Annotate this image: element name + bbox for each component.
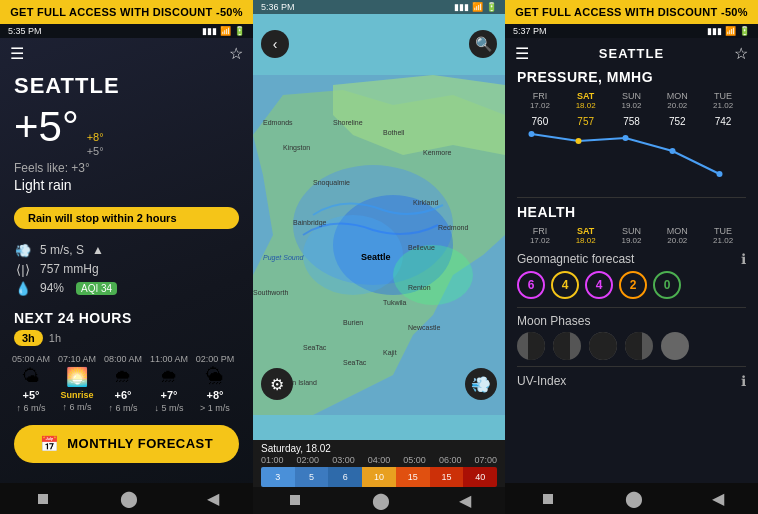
map-search-button[interactable]: 🔍 bbox=[469, 30, 497, 58]
menu-icon[interactable]: ☰ bbox=[10, 44, 24, 63]
wind-icon: 💨 bbox=[14, 243, 32, 258]
map-timeline: Saturday, 18.02 01:00 02:00 03:00 04:00 … bbox=[253, 440, 505, 514]
pval-3: 752 bbox=[669, 116, 686, 127]
uv-label: UV-Index bbox=[517, 374, 566, 388]
health-day-1: SAT 18.02 bbox=[563, 226, 609, 245]
map-wind-button[interactable]: 💨 bbox=[465, 368, 497, 400]
tbar-seg-3: 10 bbox=[362, 467, 396, 487]
svg-text:Puget Sound: Puget Sound bbox=[263, 254, 305, 262]
forecast-item-1: 07:10 AM 🌅 Sunrise ↑ 6 m/s bbox=[56, 354, 98, 413]
geo-badge-1: 4 bbox=[551, 271, 579, 299]
svg-point-29 bbox=[670, 148, 676, 154]
moon-phase-3 bbox=[625, 332, 653, 360]
forecast-label-1: Sunrise bbox=[60, 390, 93, 400]
map-battery-icon: 🔋 bbox=[486, 2, 497, 12]
geo-row: Geomagnetic forecast ℹ bbox=[517, 251, 746, 267]
right-signal-icon: ▮▮▮ bbox=[707, 26, 722, 36]
next24-title: NEXT 24 HOURS bbox=[0, 302, 253, 330]
signal-icon: ▮▮▮ bbox=[202, 26, 217, 36]
temp-low: +5° bbox=[87, 144, 104, 158]
uv-info-icon[interactable]: ℹ bbox=[741, 373, 746, 389]
svg-point-28 bbox=[623, 135, 629, 141]
map-wifi-icon: 📶 bbox=[472, 2, 483, 12]
map-status-time: 5:36 PM bbox=[261, 2, 295, 12]
left-top-banner[interactable]: GET FULL ACCESS WITH DISCOUNT -50% bbox=[0, 0, 253, 24]
forecast-temp-4: +8° bbox=[207, 389, 224, 401]
right-home-icon[interactable]: ⬤ bbox=[625, 489, 643, 508]
svg-text:Tukwila: Tukwila bbox=[383, 299, 407, 306]
day-col-4: TUE 21.02 bbox=[700, 91, 746, 110]
day-label-4: TUE bbox=[700, 91, 746, 101]
timeline-nav: ⏹ ⬤ ◀ bbox=[253, 487, 505, 514]
geo-info-icon[interactable]: ℹ bbox=[741, 251, 746, 267]
svg-text:Redmond: Redmond bbox=[438, 224, 468, 231]
geo-badge-0: 6 bbox=[517, 271, 545, 299]
right-menu-icon[interactable]: ☰ bbox=[515, 44, 529, 63]
right-back-icon[interactable]: ◀ bbox=[712, 489, 724, 508]
timeline-hours: 01:00 02:00 03:00 04:00 05:00 06:00 07:0… bbox=[253, 455, 505, 465]
svg-text:SeaTac: SeaTac bbox=[343, 359, 367, 366]
svg-point-4 bbox=[393, 245, 473, 305]
monthly-forecast-button[interactable]: 📅 MONTHLY FORECAST bbox=[14, 425, 239, 463]
right-bottom-nav: ⏹ ⬤ ◀ bbox=[505, 483, 758, 514]
forecast-time-2: 08:00 AM bbox=[104, 354, 142, 364]
pval-1: 757 bbox=[577, 116, 594, 127]
city-name: SEATTLE bbox=[14, 73, 239, 99]
favorite-icon[interactable]: ☆ bbox=[229, 44, 243, 63]
right-favorite-icon[interactable]: ☆ bbox=[734, 44, 748, 63]
svg-point-30 bbox=[717, 171, 723, 177]
day-date-2: 19.02 bbox=[609, 101, 655, 110]
tab-3h[interactable]: 3h bbox=[14, 330, 43, 346]
tbar-seg-6: 40 bbox=[463, 467, 497, 487]
right-stop-icon[interactable]: ⏹ bbox=[540, 490, 556, 508]
forecast-icon-1: 🌅 bbox=[66, 366, 88, 388]
health-day-2: SUN 19.02 bbox=[609, 226, 655, 245]
tab-1h[interactable]: 1h bbox=[49, 332, 61, 344]
moon-phase-4 bbox=[661, 332, 689, 360]
map-back-button[interactable]: ‹ bbox=[261, 30, 289, 58]
back-icon[interactable]: ◀ bbox=[207, 489, 219, 508]
health-section-title: HEALTH bbox=[517, 204, 746, 220]
svg-text:Kajit: Kajit bbox=[383, 349, 397, 357]
forecast-item-3: 11:00 AM 🌧 +7° ↓ 5 m/s bbox=[148, 354, 190, 413]
svg-text:SeaTac: SeaTac bbox=[303, 344, 327, 351]
map-container: Seattle Bellevue Snoqualmie Bainbridge K… bbox=[253, 0, 505, 490]
health-day-0: FRI 17.02 bbox=[517, 226, 563, 245]
right-top-banner[interactable]: GET FULL ACCESS WITH DISCOUNT -50% bbox=[505, 0, 758, 24]
left-bottom-nav: ⏹ ⬤ ◀ bbox=[0, 483, 253, 514]
svg-text:Kenmore: Kenmore bbox=[423, 149, 452, 156]
forecast-icon-2: 🌧 bbox=[114, 366, 132, 387]
tl-stop-icon[interactable]: ⏹ bbox=[287, 491, 303, 510]
day-date-4: 21.02 bbox=[700, 101, 746, 110]
map-settings-button[interactable]: ⚙ bbox=[261, 368, 293, 400]
svg-text:Newcastle: Newcastle bbox=[408, 324, 440, 331]
pressure-values: 760 757 758 752 742 bbox=[517, 116, 746, 127]
pval-4: 742 bbox=[715, 116, 732, 127]
left-header: ☰ ☆ bbox=[0, 38, 253, 69]
tbar-seg-5: 15 bbox=[430, 467, 464, 487]
pressure-chart-svg bbox=[517, 129, 746, 179]
svg-text:Kirkland: Kirkland bbox=[413, 199, 438, 206]
forecast-wind-0: ↑ 6 m/s bbox=[16, 403, 45, 413]
forecast-time-4: 02:00 PM bbox=[196, 354, 235, 364]
timeline-date: Saturday, 18.02 bbox=[253, 440, 505, 455]
tl-hour-5: 06:00 bbox=[439, 455, 462, 465]
svg-text:Renton: Renton bbox=[408, 284, 431, 291]
temp-range: +8° +5° bbox=[87, 130, 104, 159]
svg-text:Kingston: Kingston bbox=[283, 144, 310, 152]
svg-text:Snoqualmie: Snoqualmie bbox=[313, 179, 350, 187]
forecast-icon-3: 🌧 bbox=[160, 366, 178, 387]
home-icon[interactable]: ⬤ bbox=[120, 489, 138, 508]
left-panel: GET FULL ACCESS WITH DISCOUNT -50% 5:35 … bbox=[0, 0, 253, 514]
geo-badge-4: 0 bbox=[653, 271, 681, 299]
stop-icon[interactable]: ⏹ bbox=[35, 490, 51, 508]
tl-hour-2: 03:00 bbox=[332, 455, 355, 465]
day-col-2: SUN 19.02 bbox=[609, 91, 655, 110]
tl-back-icon[interactable]: ◀ bbox=[459, 491, 471, 510]
aqi-badge: AQI 34 bbox=[76, 282, 117, 295]
tl-home-icon[interactable]: ⬤ bbox=[372, 491, 390, 510]
pressure-stat: ⟨|⟩ 757 mmHg bbox=[14, 262, 239, 277]
moon-label: Moon Phases bbox=[517, 314, 590, 328]
right-status-icons: ▮▮▮ 📶 🔋 bbox=[707, 26, 750, 36]
right-header: ☰ SEATTLE ☆ bbox=[505, 38, 758, 69]
